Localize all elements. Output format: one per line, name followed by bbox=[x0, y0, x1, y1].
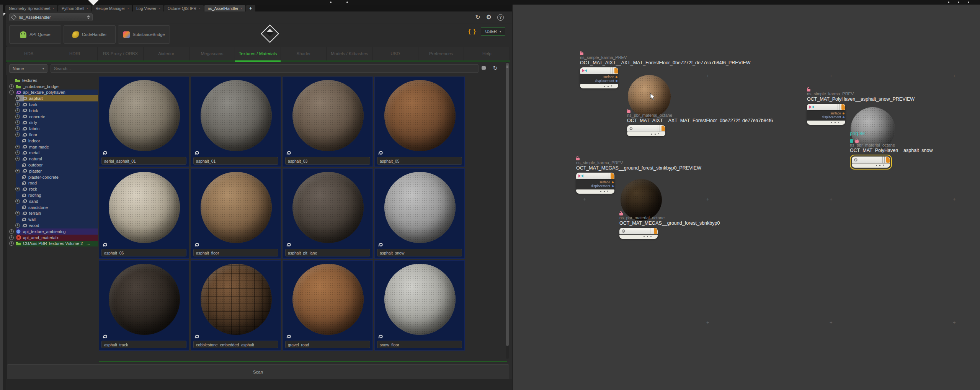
tree-item-api-texture-polyhaven[interactable]: −api_texture_polyhaven bbox=[8, 90, 98, 96]
category-tab-preferences[interactable]: Preferences bbox=[418, 47, 464, 60]
tab-close-icon[interactable]: ▪ bbox=[53, 7, 54, 10]
texture-tile-asphalt-03[interactable]: asphalt_03 bbox=[283, 77, 373, 167]
pane-corner-handle-icon[interactable] bbox=[3, 13, 6, 16]
import-curl-icon[interactable] bbox=[286, 242, 291, 247]
substance-bridge-button[interactable]: SubstanceBridge bbox=[118, 25, 170, 44]
texture-tile-asphalt-floor[interactable]: asphalt_floor bbox=[191, 168, 281, 259]
texture-tile-asphalt-06[interactable]: asphalt_06 bbox=[99, 168, 189, 259]
expander-plus-icon[interactable]: + bbox=[15, 108, 20, 113]
expander-plus-icon[interactable]: + bbox=[15, 169, 20, 173]
material-node[interactable]: ⚙ bbox=[627, 125, 665, 136]
texture-tile-asphalt-05[interactable]: asphalt_05 bbox=[374, 77, 465, 167]
import-curl-icon[interactable] bbox=[286, 150, 291, 155]
texture-tile-cobblestone-embedded-asphalt[interactable]: cobblestone_embedded_asphalt bbox=[191, 260, 281, 351]
expander-minus-icon[interactable]: − bbox=[9, 90, 14, 95]
category-tab-megascans[interactable]: Megascans bbox=[189, 47, 235, 60]
node-flag[interactable] bbox=[662, 126, 665, 131]
import-curl-icon[interactable] bbox=[102, 334, 108, 339]
import-curl-icon[interactable] bbox=[194, 334, 199, 339]
tree-item-natural[interactable]: +natural bbox=[8, 156, 98, 162]
texture-tile-asphalt-track[interactable]: asphalt_track bbox=[99, 260, 189, 351]
pane-type-selector[interactable]: ns_AssetHandler bbox=[9, 13, 93, 21]
category-tab-aixterior[interactable]: Aixterior bbox=[144, 47, 189, 60]
tree-item-textures[interactable]: textures bbox=[8, 77, 98, 83]
output-dot-icon[interactable] bbox=[616, 76, 617, 78]
material-node[interactable]: surfacedisplacement bbox=[807, 104, 845, 125]
refresh-icon[interactable]: ↻ bbox=[493, 65, 498, 71]
tree-item-dirty[interactable]: +dirty bbox=[8, 120, 98, 126]
expander-plus-icon[interactable]: + bbox=[15, 102, 20, 107]
expander-plus-icon[interactable]: + bbox=[15, 114, 20, 119]
tree-item-outdoor[interactable]: outdoor bbox=[8, 162, 98, 168]
expander-plus-icon[interactable]: + bbox=[15, 199, 20, 204]
network-editor[interactable]: ++++++++++ns_simple_karma_PREVOCT_MAT_AI… bbox=[513, 3, 980, 390]
tree-item-sand[interactable]: +sand bbox=[8, 198, 98, 204]
top-tab-geometry-spreadsheet[interactable]: Geometry Spreadsheet▪ bbox=[5, 5, 57, 11]
view-mode-icon[interactable] bbox=[482, 66, 486, 70]
tree-item-sandstone[interactable]: sandstone bbox=[8, 204, 98, 211]
top-tab-python-shell[interactable]: Python Shell▪ bbox=[58, 5, 91, 11]
tree-item-floor[interactable]: +floor bbox=[8, 132, 98, 138]
expander-plus-icon[interactable]: + bbox=[9, 229, 14, 234]
import-curl-icon[interactable] bbox=[378, 150, 383, 155]
node-flag[interactable] bbox=[654, 228, 657, 234]
category-tab-shader[interactable]: Shader bbox=[281, 47, 327, 60]
texture-tile-gravel-road[interactable]: gravel_road bbox=[283, 260, 373, 351]
tree-item-wall[interactable]: wall bbox=[8, 216, 98, 222]
import-curl-icon[interactable] bbox=[102, 150, 108, 155]
expander-plus-icon[interactable]: + bbox=[15, 132, 20, 137]
tree-item-metal[interactable]: +metal bbox=[8, 150, 98, 156]
tree-item-indoor[interactable]: indoor bbox=[8, 138, 98, 144]
help-icon[interactable]: ? bbox=[497, 14, 504, 21]
stepper-down-icon[interactable] bbox=[87, 18, 90, 19]
tree-item-bark[interactable]: +bark bbox=[8, 101, 98, 108]
tree-item-plaster[interactable]: +plaster bbox=[8, 168, 98, 174]
tab-close-icon[interactable]: ▪ bbox=[159, 7, 160, 10]
expander-plus-icon[interactable]: + bbox=[9, 241, 14, 246]
category-tab-textures-materials[interactable]: Textures / Materials bbox=[235, 47, 281, 60]
output-dot-icon[interactable] bbox=[612, 185, 614, 187]
import-curl-icon[interactable] bbox=[378, 242, 383, 247]
category-tab-usd[interactable]: USD bbox=[372, 47, 418, 60]
category-tab-help[interactable]: Help bbox=[464, 47, 510, 60]
tab-close-icon[interactable]: ▪ bbox=[128, 7, 129, 10]
node-flag[interactable] bbox=[611, 173, 614, 179]
import-curl-icon[interactable] bbox=[286, 334, 291, 339]
node-flag[interactable] bbox=[886, 157, 890, 163]
node-flag[interactable] bbox=[841, 104, 845, 110]
texture-tile-snow-floor[interactable]: snow_floor bbox=[374, 260, 465, 351]
api-queue-button[interactable]: API-Queue bbox=[9, 25, 61, 44]
tree-item-rock[interactable]: +rock bbox=[8, 186, 98, 192]
top-tab-octane-qts-ipr[interactable]: Octane QtS IPR▪ bbox=[164, 5, 204, 11]
material-node[interactable]: surfacedisplacement bbox=[576, 173, 614, 194]
scan-button[interactable]: Scan bbox=[7, 364, 509, 380]
scrollbar-thumb[interactable] bbox=[506, 63, 509, 346]
expander-plus-icon[interactable]: + bbox=[9, 84, 14, 89]
tree-item-api-amd-materialx[interactable]: +api_amd_materialx bbox=[8, 235, 98, 241]
grid-scrollbar[interactable] bbox=[506, 62, 509, 359]
tree-item-brick[interactable]: +brick bbox=[8, 108, 98, 114]
tab-close-icon[interactable]: ▪ bbox=[241, 7, 242, 10]
import-curl-icon[interactable] bbox=[102, 242, 108, 247]
texture-tile-asphalt-pit-lane[interactable]: asphalt_pit_lane bbox=[283, 168, 373, 259]
tree-item-concrete[interactable]: +concrete bbox=[8, 114, 98, 120]
search-input[interactable] bbox=[51, 64, 479, 73]
texture-tile-asphalt-snow[interactable]: asphalt_snow bbox=[374, 168, 465, 259]
tree-item-fabric[interactable]: +fabric bbox=[8, 126, 98, 132]
output-dot-icon[interactable] bbox=[843, 113, 844, 114]
tree-item-terrain[interactable]: +terrain bbox=[8, 211, 98, 217]
pane-stepper[interactable] bbox=[87, 15, 90, 19]
expander-plus-icon[interactable]: + bbox=[15, 223, 20, 228]
tree-item-api-texture-ambientcg[interactable]: +api_texture_ambientcg bbox=[8, 228, 98, 235]
output-dot-icon[interactable] bbox=[616, 80, 617, 82]
add-tab-button[interactable]: + bbox=[246, 5, 255, 11]
expander-plus-icon[interactable]: + bbox=[15, 157, 20, 161]
expander-plus-icon[interactable]: + bbox=[15, 126, 20, 131]
category-tab-hda[interactable]: HDA bbox=[6, 47, 52, 60]
expander-plus-icon[interactable]: + bbox=[9, 235, 14, 240]
tree-item-man-made[interactable]: +man made bbox=[8, 144, 98, 150]
output-dot-icon[interactable] bbox=[843, 116, 844, 118]
expander-plus-icon[interactable]: + bbox=[15, 145, 20, 149]
expander-plus-icon[interactable]: + bbox=[15, 187, 20, 191]
material-node[interactable]: ⚙ bbox=[852, 157, 890, 168]
